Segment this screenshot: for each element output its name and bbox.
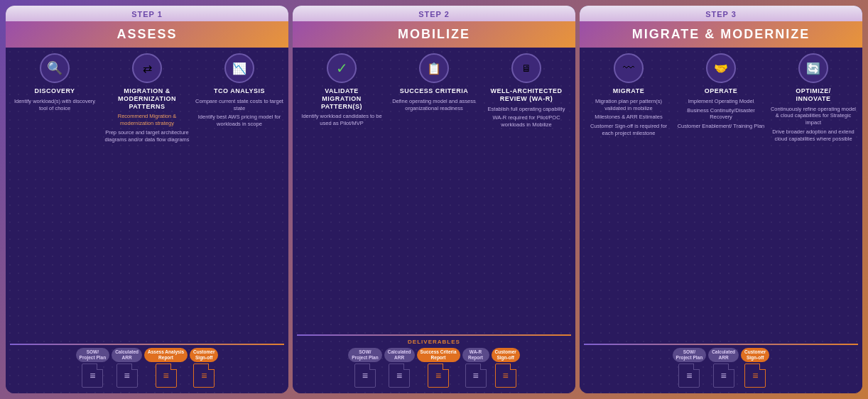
step2-label: STEP 2 [300,10,568,18]
step2-deliverables: SOW/Project Plan ≡ CalculatedARR ≡ Succe… [297,348,571,388]
step2-columns: ✓ VALIDATEMIGRATIONPATTERN(S) Identify w… [297,53,571,332]
del-assess1-icon: ≡ [156,364,177,388]
operate-col: 🤝 OPERATE Implement Operating Model Busi… [676,53,766,341]
step3-columns: 〰 MIGRATE Migration plan per pattern(s) … [584,53,858,341]
del-signoff2-icon: ≡ [495,364,516,388]
del-assess1: Assess AnalysisReport ≡ [144,348,188,388]
migrate-col: 〰 MIGRATE Migration plan per pattern(s) … [584,53,673,341]
del-war2-label: WA-RReport [462,348,489,362]
step2-panel: STEP 2 MOBILIZE ✓ VALIDATEMIGRATIONPATTE… [293,6,575,393]
step1-divider [10,344,284,345]
step2-content: ✓ VALIDATEMIGRATIONPATTERN(S) Identify w… [293,48,575,393]
operate-title: OPERATE [705,87,737,95]
step3-header: STEP 3 [580,6,862,21]
war-icon: 🖥 [511,53,541,83]
migrate-title: MIGRATE [613,87,644,95]
step3-panel: STEP 3 MIGRATE & MODERNIZE 〰 MIGRATE Mig… [580,6,862,393]
discovery-col: 🔍 DISCOVERY Identify workload(s) with di… [10,53,99,341]
del-sow3-label: SOW/Project Plan [673,348,707,362]
discovery-text: Identify workload(s) with discovery tool… [10,98,99,112]
step3-label: STEP 3 [587,10,855,18]
del-arr1: CalculatedARR ≡ [112,348,142,388]
war-title: WELL-ARCHITECTEDREVIEW (WA-R) [491,87,563,103]
step1-panel: STEP 1 ASSESS 🔍 DISCOVERY Identify workl… [6,6,288,393]
step3-divider [584,344,858,345]
del-arr3-label: CalculatedARR [708,348,739,362]
optimize-text1: Continuously refine operating model & cl… [769,106,858,126]
del-signoff1: CustomerSign-off ≡ [190,348,218,388]
discovery-icon: 🔍 [40,53,70,83]
migration-text2: Prep source and target architecture diag… [102,129,192,143]
del-sow3: SOW/Project Plan ≡ [673,348,707,388]
del-sow1-icon: ≡ [82,364,103,388]
step2-header: STEP 2 [293,6,575,21]
del-arr2-icon: ≡ [389,364,410,388]
del-arr2: CalculatedARR ≡ [384,348,415,388]
step3-content: 〰 MIGRATE Migration plan per pattern(s) … [580,48,862,393]
operate-text1: Implement Operating Model [688,98,754,105]
step1-phase: ASSESS [6,21,288,48]
step2-divider [297,334,571,336]
tco-text2: Identify best AWS pricing model for work… [195,114,284,128]
step2-phase: MOBILIZE [293,21,575,48]
discovery-title: DISCOVERY [34,87,75,95]
migrate-text1: Migration plan per pattern(s) validated … [584,98,673,112]
war-text1: Establish full operating capability [488,106,565,113]
tco-text1: Compare current state costs to target st… [195,98,284,112]
del-sow1-label: SOW/Project Plan [76,348,110,362]
del-success2: Success CriteriaReport ≡ [417,348,460,388]
del-signoff3-icon: ≡ [744,364,766,388]
del-signoff3-label: CustomerSign-off [741,348,769,362]
success-text: Define operating model and assess organi… [389,98,479,112]
optimize-text2: Drive broader adoption and extend cloud … [769,129,858,143]
migrate-text3: Customer Sign-off is required for each p… [584,123,673,137]
del-sow3-icon: ≡ [678,364,700,388]
del-arr2-label: CalculatedARR [384,348,415,362]
optimize-icon: 🔄 [798,53,828,83]
del-arr1-icon: ≡ [116,364,138,388]
del-signoff1-label: CustomerSign-off [190,348,218,362]
success-col: 📋 SUCCESS CRITERIA Define operating mode… [389,53,479,332]
step1-deliverables: SOW/Project Plan ≡ CalculatedARR ≡ Asses… [10,348,284,388]
migration-title: MIGRATION &MODERNIZATIONPATTERNS [118,87,176,110]
operate-text3: Customer Enablement/ Training Plan [678,123,765,130]
del-success2-label: Success CriteriaReport [417,348,460,362]
del-success2-icon: ≡ [428,364,449,388]
step1-columns: 🔍 DISCOVERY Identify workload(s) with di… [10,53,284,341]
operate-icon: 🤝 [706,53,736,83]
step1-content: 🔍 DISCOVERY Identify workload(s) with di… [6,48,288,393]
del-arr3-icon: ≡ [713,364,734,388]
del-sow2-label: SOW/Project Plan [348,348,382,362]
success-title: SUCCESS CRITERIA [400,87,469,95]
del-sow2: SOW/Project Plan ≡ [348,348,382,388]
del-war2-icon: ≡ [465,364,487,388]
tco-icon: 📉 [224,53,254,83]
del-signoff2: CustomerSign-off ≡ [492,348,520,388]
war-col: 🖥 WELL-ARCHITECTEDREVIEW (WA-R) Establis… [482,53,571,332]
migration-col: ⇄ MIGRATION &MODERNIZATIONPATTERNS Recom… [102,53,192,341]
del-signoff3: CustomerSign-off ≡ [741,348,769,388]
del-arr3: CalculatedARR ≡ [708,348,739,388]
migration-text1: Recommend Migration & modernization stra… [102,113,192,127]
del-war2: WA-RReport ≡ [462,348,489,388]
validate-col: ✓ VALIDATEMIGRATIONPATTERN(S) Identify w… [297,53,386,332]
step1-header: STEP 1 [6,6,288,21]
del-sow1: SOW/Project Plan ≡ [76,348,110,388]
migration-icon: ⇄ [132,53,162,83]
validate-text: Identify workload candidates to be used … [297,113,386,127]
optimize-col: 🔄 OPTIMIZE/INNOVATE Continuously refine … [769,53,858,341]
validate-icon: ✓ [327,53,357,83]
tco-title: TCO ANALYSIS [214,87,265,95]
del-signoff1-icon: ≡ [193,364,215,388]
migrate-icon: 〰 [614,53,644,83]
main-container: STEP 1 ASSESS 🔍 DISCOVERY Identify workl… [0,0,868,399]
validate-title: VALIDATEMIGRATIONPATTERN(S) [321,87,362,110]
migrate-text2: Milestones & ARR Estimates [595,114,662,121]
deliverables-label: DELIVERABLES [297,339,571,345]
del-arr1-label: CalculatedARR [112,348,142,362]
war-text2: WA-R required for Pilot/POC workloads in… [482,114,571,129]
step3-phase: MIGRATE & MODERNIZE [580,21,862,48]
del-assess1-label: Assess AnalysisReport [144,348,188,362]
tco-col: 📉 TCO ANALYSIS Compare current state cos… [195,53,284,341]
success-icon: 📋 [419,53,449,83]
